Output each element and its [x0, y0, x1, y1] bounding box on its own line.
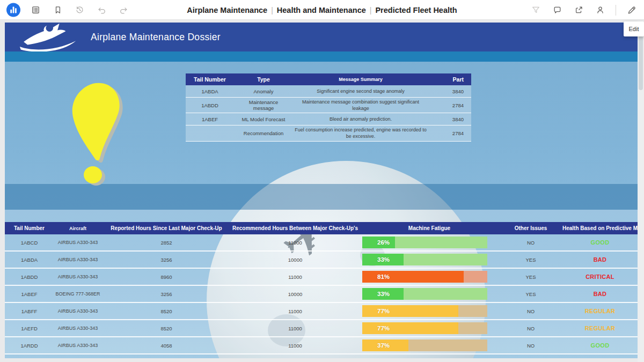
cell-tail-number: 1ABDD — [5, 274, 54, 280]
fatigue-bar-label: 26% — [377, 237, 390, 248]
scrollbar-thumb[interactable] — [639, 31, 643, 90]
cell-reported-hours: 8520 — [102, 326, 231, 331]
fatigue-bar-label: 81% — [377, 271, 390, 283]
fatigue-bar-fill — [362, 305, 458, 317]
breadcrumb-section-name: Health and Maintenance — [277, 6, 366, 14]
col-header-other-issues[interactable]: Other Issues — [499, 225, 562, 231]
edit-tooltip: Edit — [624, 21, 644, 36]
cell-recommended-hours: 10000 — [231, 291, 360, 297]
comment-icon[interactable] — [550, 3, 564, 17]
cell-reported-hours: 3256 — [102, 257, 231, 263]
cell-machine-fatigue: 26% — [360, 237, 499, 248]
redo-icon[interactable] — [116, 3, 130, 17]
cell-machine-fatigue: 33% — [360, 254, 499, 265]
fatigue-bar: 26% — [362, 237, 487, 248]
dossier-banner: Airplane Maintenance Dossier — [5, 23, 638, 51]
airline-logo-icon — [13, 23, 83, 51]
message-table-row[interactable]: 1ABDA Anomaly Significant engine second … — [186, 85, 471, 98]
cell-aircraft: AIRBUS A330-343 — [54, 343, 102, 348]
cell-tail-number: 1AEFD — [5, 326, 54, 331]
col-header-tail-number[interactable]: Tail Number — [186, 76, 234, 83]
fleet-table-row[interactable]: 1AEFD AIRBUS A330-343 8520 11000 77% NO … — [5, 320, 638, 337]
fatigue-bar-label: 77% — [377, 322, 390, 334]
maintenance-messages-table: Tail Number Type Message Summary Part 1A… — [186, 73, 471, 142]
cell-other-issues: YES — [499, 291, 562, 297]
cell-reported-hours: 8960 — [102, 274, 231, 280]
fatigue-bar: 37% — [362, 339, 487, 351]
report-canvas: ✈ Airplane Maintenance Dossier Tail Numb… — [5, 23, 638, 358]
bookmark-icon[interactable] — [50, 3, 64, 17]
messages-table-header: Tail Number Type Message Summary Part — [186, 73, 471, 85]
cell-part: 3840 — [428, 88, 471, 94]
col-header-aircraft[interactable]: Aircraft — [54, 226, 102, 231]
cell-message-summary: Significant engine second stage anomaly — [293, 88, 428, 94]
undo-icon[interactable] — [94, 3, 108, 17]
col-header-health[interactable]: Health Based on Predictive Models — [562, 225, 638, 231]
fleet-table-row[interactable]: 1ABFF AIRBUS A330-343 8520 11000 77% NO … — [5, 303, 638, 320]
breadcrumb-page-name: Predicted Fleet Health — [375, 6, 457, 14]
cell-other-issues: NO — [499, 240, 562, 246]
col-header-message-summary[interactable]: Message Summary — [293, 76, 428, 83]
cell-tail-number: 1ABDA — [186, 88, 234, 94]
col-header-machine-fatigue[interactable]: Machine Fatigue — [360, 225, 499, 231]
cell-health: GOOD — [562, 342, 638, 349]
fleet-health-table: Tail Number Aircraft Reported Hours Sinc… — [5, 222, 638, 354]
message-table-row[interactable]: Recommendation Fuel consumption increase… — [186, 125, 471, 141]
fleet-table-row[interactable]: 1ABDA AIRBUS A330-343 3256 10000 33% YES… — [5, 252, 638, 269]
col-header-part[interactable]: Part — [428, 76, 471, 83]
filter-icon[interactable] — [529, 3, 543, 17]
cell-other-issues: NO — [499, 326, 562, 331]
fatigue-bar-fill — [362, 322, 458, 334]
cell-type: ML Model Forecast — [234, 116, 293, 122]
cell-tail-number: 1ABDD — [186, 102, 234, 108]
fatigue-bar: 81% — [362, 271, 487, 283]
message-table-row[interactable]: 1ABDD Maintenance message Maintenance me… — [186, 98, 471, 113]
cell-part: 2784 — [428, 130, 471, 136]
cell-health: BAD — [562, 256, 638, 263]
person-icon[interactable] — [593, 3, 607, 17]
fatigue-bar-label: 77% — [377, 305, 390, 317]
cell-recommended-hours: 11000 — [231, 326, 360, 331]
share-icon[interactable] — [572, 3, 586, 17]
reset-history-icon[interactable] — [72, 3, 86, 17]
toolbar-divider — [616, 5, 616, 16]
cell-recommended-hours: 11000 — [231, 240, 360, 246]
table-of-contents-icon[interactable] — [28, 3, 42, 17]
cell-machine-fatigue: 37% — [360, 339, 499, 351]
cell-other-issues: NO — [499, 308, 562, 314]
cell-message-summary: Bleed air anomaly prediction. — [293, 116, 428, 122]
cell-message-summary: Maintenance message combination suggest … — [293, 99, 428, 112]
top-toolbar: Airplane Maintenance | Health and Mainte… — [0, 0, 644, 20]
col-header-type[interactable]: Type — [234, 76, 293, 83]
fleet-table-row[interactable]: 1ABCD AIRBUS A330-343 2852 11000 26% NO … — [5, 234, 638, 252]
app-logo-icon — [6, 3, 20, 17]
cell-health: GOOD — [562, 239, 638, 246]
breadcrumb-report-name: Airplane Maintenance — [187, 6, 267, 14]
fleet-table-row[interactable]: 1ABEF BOEING 777-368ER 3256 10000 33% YE… — [5, 286, 638, 303]
dark-blue-band — [5, 184, 638, 210]
cell-aircraft: AIRBUS A330-343 — [54, 240, 102, 245]
cell-aircraft: AIRBUS A330-343 — [54, 274, 102, 279]
fatigue-bar: 77% — [362, 322, 487, 334]
col-header-recommended-hours[interactable]: Recommended Hours Between Major Check-Up… — [231, 225, 360, 231]
fleet-table-row[interactable]: 1ARDD AIRBUS A330-343 4058 11000 37% NO … — [5, 337, 638, 354]
cell-tail-number: 1ABCD — [5, 240, 54, 246]
fleet-table-row[interactable]: 1ABDD AIRBUS A330-343 8960 11000 81% YES… — [5, 269, 638, 286]
cell-recommended-hours: 11000 — [231, 274, 360, 280]
col-header-tail-number[interactable]: Tail Number — [5, 225, 54, 231]
fatigue-bar-label: 37% — [377, 339, 390, 351]
cell-tail-number: 1ABEF — [186, 116, 234, 122]
cell-recommended-hours: 11000 — [231, 343, 360, 349]
edit-pencil-icon[interactable] — [625, 3, 639, 17]
fatigue-bar-label: 33% — [377, 254, 390, 265]
app-logo-button[interactable] — [6, 3, 20, 17]
cell-reported-hours: 4058 — [102, 343, 231, 349]
cell-other-issues: YES — [499, 257, 562, 263]
scrollbar-track[interactable] — [638, 20, 644, 362]
fatigue-bar: 77% — [362, 305, 487, 317]
fatigue-bar: 33% — [362, 254, 487, 265]
cell-type: Recommendation — [234, 130, 293, 136]
cell-part: 2784 — [428, 102, 471, 108]
col-header-reported-hours[interactable]: Reported Hours Since Last Major Check-Up — [102, 225, 231, 231]
message-table-row[interactable]: 1ABEF ML Model Forecast Bleed air anomal… — [186, 113, 471, 125]
